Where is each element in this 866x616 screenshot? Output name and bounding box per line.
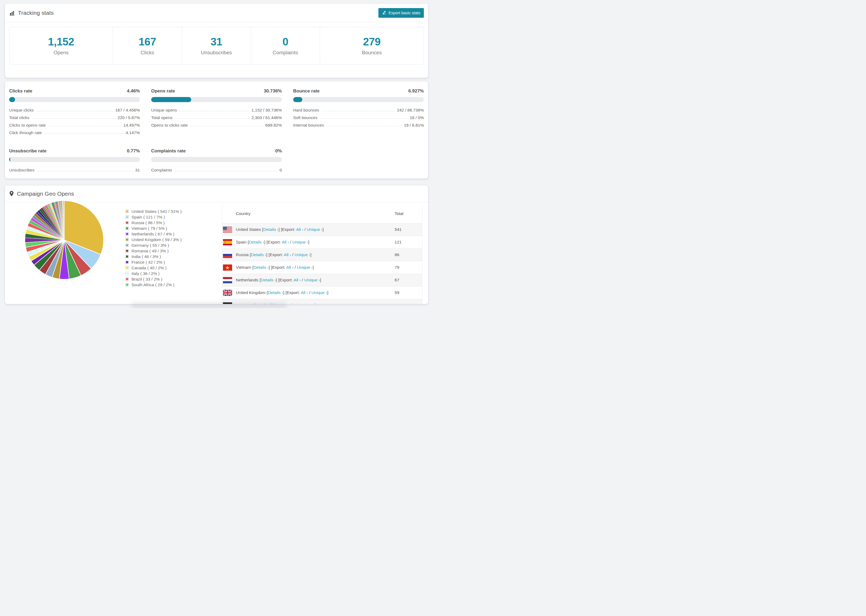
rate-detail-row: Complaints0	[151, 168, 282, 172]
rate-detail-row: Unique clicks167 / 4.456%	[9, 108, 140, 112]
legend-item: Romania ( 49 / 3% )	[125, 248, 181, 254]
legend-swatch	[125, 238, 129, 241]
details-link[interactable]: Details ›	[251, 252, 266, 257]
rate-row-value: 0	[279, 168, 282, 172]
stat-value: 1,152	[48, 36, 74, 48]
country-cell: Germany [Details ›] [Export: All › / Uni…	[236, 303, 395, 304]
stat-clicks: 167Clicks	[113, 27, 182, 64]
geo-section-title: Campaign Geo Opens	[17, 190, 74, 197]
legend-item: Canada ( 40 / 2% )	[125, 265, 181, 271]
rate-row-label: Unsubscribes	[9, 168, 35, 172]
vn-flag-icon	[223, 264, 232, 271]
export-basic-stats-button[interactable]: Export basic stats	[378, 8, 424, 18]
stat-bounces: 279Bounces	[320, 27, 424, 64]
gb-flag-icon	[223, 290, 232, 296]
dotted-leader	[44, 134, 124, 134]
ru-flag-icon	[223, 252, 232, 258]
rate-value: 6.927%	[408, 88, 424, 94]
details-link[interactable]: Details ›	[263, 227, 279, 232]
es-flag-icon	[223, 239, 232, 245]
export-all-link[interactable]: All ›	[282, 240, 289, 244]
column-header-total: Total	[395, 211, 422, 216]
rate-section-bounce-rate: Bounce rate6.927%Hard bounces242 / 86.73…	[293, 88, 424, 138]
rate-row-label: Soft bounces	[293, 116, 317, 120]
rate-row-value: 1,152 / 30.736%	[252, 108, 282, 112]
stat-label: Opens	[54, 50, 69, 56]
legend-item: India ( 46 / 3% )	[125, 254, 181, 259]
export-unique-link[interactable]: Unique ›	[294, 252, 310, 257]
rate-detail-row: Total clicks220 / 5.87%	[9, 116, 140, 119]
details-link[interactable]: Details ›	[261, 278, 276, 282]
country-cell: United Kingdom [Details ›] [Export: All …	[236, 290, 395, 295]
export-all-link[interactable]: All ›	[288, 303, 296, 304]
legend-label: Brazil ( 33 / 2% )	[132, 277, 162, 282]
export-all-link[interactable]: All ›	[284, 252, 291, 257]
nl-flag-icon	[223, 277, 232, 283]
rate-detail-row: Opens to clicks rate689.82%	[151, 123, 282, 127]
rate-title: Bounce rate	[293, 88, 320, 94]
geo-table-row: United Kingdom [Details ›] [Export: All …	[222, 286, 422, 299]
dotted-leader	[326, 126, 402, 126]
details-link[interactable]: Details ›	[249, 240, 264, 244]
rate-detail-row: Click through rate4.147%	[9, 130, 140, 135]
stat-unsubscribes: 31Unsubscribes	[182, 27, 251, 64]
stat-value: 31	[211, 36, 222, 48]
rate-detail-row: Clicks to opens rate14.497%	[9, 123, 140, 127]
legend-label: Germany ( 55 / 3% )	[132, 243, 169, 248]
stat-complaints: 0Complaints	[251, 27, 320, 64]
rate-title: Unsubscribe rate	[9, 148, 47, 154]
legend-label: South Africa ( 29 / 2% )	[132, 283, 174, 287]
rate-detail-row: Hard bounces242 / 86.738%	[293, 108, 424, 112]
bar-chart-icon	[9, 10, 15, 16]
legend-item: United Kingdom ( 59 / 3% )	[125, 237, 181, 242]
geo-table-row: Germany [Details ›] [Export: All › / Uni…	[222, 299, 422, 304]
rate-title: Clicks rate	[9, 88, 32, 94]
legend-item: South Africa ( 29 / 2% )	[125, 282, 181, 288]
legend-swatch	[125, 249, 129, 253]
geo-table: Country Total United States [Details ›] …	[222, 204, 422, 304]
legend-item: Spain ( 121 / 7% )	[125, 214, 181, 220]
export-all-link[interactable]: All ›	[296, 227, 303, 232]
rate-row-value: 220 / 5.87%	[118, 116, 140, 120]
tracking-stats-header: Tracking stats Export basic stats	[5, 3, 428, 22]
legend-swatch	[125, 272, 129, 275]
dotted-leader	[320, 118, 408, 119]
legend-label: United Kingdom ( 59 / 3% )	[132, 237, 181, 242]
rate-row-label: Unique clicks	[9, 108, 34, 112]
total-cell: 59	[395, 290, 422, 295]
export-all-link[interactable]: All ›	[287, 265, 294, 270]
legend-swatch	[125, 261, 129, 264]
details-link[interactable]: Details ›	[268, 290, 283, 295]
geo-table-row: Russia [Details ›] [Export: All › / Uniq…	[222, 248, 422, 261]
export-unique-link[interactable]: Unique ›	[299, 303, 315, 304]
rate-detail-row: Internal bounces19 / 6.81%	[293, 123, 424, 127]
legend-swatch	[125, 226, 129, 230]
export-unique-link[interactable]: Unique ›	[312, 290, 327, 295]
stat-label: Bounces	[362, 50, 382, 56]
geo-table-row: Spain [Details ›] [Export: All › / Uniqu…	[222, 236, 422, 248]
export-all-link[interactable]: All ›	[294, 278, 301, 282]
export-button-label: Export basic stats	[389, 11, 420, 15]
rate-detail-row: Total opens2,303 / 61.446%	[151, 116, 282, 119]
total-cell: 79	[395, 265, 422, 270]
legend-item: Germany ( 55 / 3% )	[125, 242, 181, 248]
details-link[interactable]: Details ›	[255, 303, 271, 304]
legend-item: France ( 42 / 2% )	[125, 259, 181, 265]
legend-item: United States ( 541 / 31% )	[125, 209, 181, 214]
rate-value: 30.736%	[264, 88, 282, 94]
export-unique-link[interactable]: Unique ›	[304, 278, 320, 282]
country-cell: United States [Details ›] [Export: All ›…	[236, 227, 395, 232]
export-all-link[interactable]: All ›	[301, 290, 308, 295]
details-link[interactable]: Details ›	[254, 265, 269, 270]
rate-title: Opens rate	[151, 88, 175, 94]
export-unique-link[interactable]: Unique ›	[292, 240, 308, 244]
export-unique-link[interactable]: Unique ›	[297, 265, 313, 270]
rate-row-value: 19 / 6.81%	[404, 123, 424, 127]
rate-row-label: Total opens	[151, 116, 172, 120]
rate-row-label: Opens to clicks rate	[151, 123, 188, 127]
legend-swatch	[125, 255, 129, 258]
export-unique-link[interactable]: Unique ›	[307, 227, 323, 232]
tracking-stats-title: Tracking stats	[9, 10, 54, 16]
stat-label: Complaints	[273, 50, 298, 56]
export-icon	[382, 10, 386, 16]
